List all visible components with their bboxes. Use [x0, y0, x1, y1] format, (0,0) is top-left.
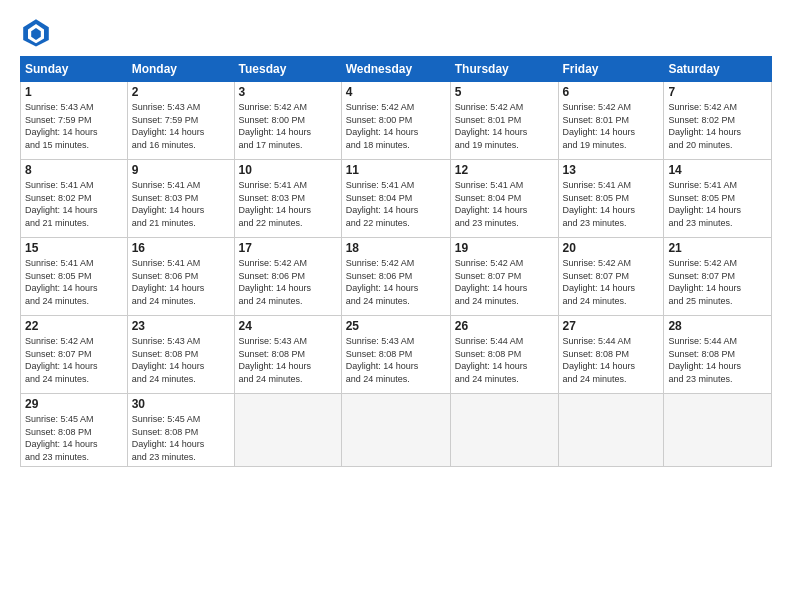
- logo: [20, 16, 56, 48]
- day-info: Sunrise: 5:42 AM Sunset: 8:07 PM Dayligh…: [563, 257, 660, 307]
- day-number: 17: [239, 241, 337, 255]
- day-info: Sunrise: 5:41 AM Sunset: 8:03 PM Dayligh…: [132, 179, 230, 229]
- table-row: [558, 394, 664, 467]
- day-number: 3: [239, 85, 337, 99]
- day-number: 22: [25, 319, 123, 333]
- table-row: 19Sunrise: 5:42 AM Sunset: 8:07 PM Dayli…: [450, 238, 558, 316]
- day-number: 28: [668, 319, 767, 333]
- col-sunday: Sunday: [21, 57, 128, 82]
- day-number: 15: [25, 241, 123, 255]
- day-number: 30: [132, 397, 230, 411]
- table-row: 28Sunrise: 5:44 AM Sunset: 8:08 PM Dayli…: [664, 316, 772, 394]
- day-info: Sunrise: 5:42 AM Sunset: 8:07 PM Dayligh…: [455, 257, 554, 307]
- day-info: Sunrise: 5:45 AM Sunset: 8:08 PM Dayligh…: [25, 413, 123, 463]
- day-number: 6: [563, 85, 660, 99]
- table-row: [341, 394, 450, 467]
- day-info: Sunrise: 5:41 AM Sunset: 8:05 PM Dayligh…: [668, 179, 767, 229]
- day-number: 27: [563, 319, 660, 333]
- day-info: Sunrise: 5:41 AM Sunset: 8:02 PM Dayligh…: [25, 179, 123, 229]
- day-info: Sunrise: 5:42 AM Sunset: 8:01 PM Dayligh…: [563, 101, 660, 151]
- table-row: 24Sunrise: 5:43 AM Sunset: 8:08 PM Dayli…: [234, 316, 341, 394]
- table-row: 23Sunrise: 5:43 AM Sunset: 8:08 PM Dayli…: [127, 316, 234, 394]
- day-info: Sunrise: 5:42 AM Sunset: 8:01 PM Dayligh…: [455, 101, 554, 151]
- day-info: Sunrise: 5:44 AM Sunset: 8:08 PM Dayligh…: [563, 335, 660, 385]
- table-row: 6Sunrise: 5:42 AM Sunset: 8:01 PM Daylig…: [558, 82, 664, 160]
- table-row: 22Sunrise: 5:42 AM Sunset: 8:07 PM Dayli…: [21, 316, 128, 394]
- day-info: Sunrise: 5:42 AM Sunset: 8:06 PM Dayligh…: [239, 257, 337, 307]
- table-row: 26Sunrise: 5:44 AM Sunset: 8:08 PM Dayli…: [450, 316, 558, 394]
- table-row: [450, 394, 558, 467]
- day-number: 20: [563, 241, 660, 255]
- day-info: Sunrise: 5:42 AM Sunset: 8:07 PM Dayligh…: [668, 257, 767, 307]
- day-number: 8: [25, 163, 123, 177]
- day-number: 29: [25, 397, 123, 411]
- table-row: 14Sunrise: 5:41 AM Sunset: 8:05 PM Dayli…: [664, 160, 772, 238]
- day-number: 23: [132, 319, 230, 333]
- col-thursday: Thursday: [450, 57, 558, 82]
- day-number: 7: [668, 85, 767, 99]
- day-number: 5: [455, 85, 554, 99]
- table-row: 12Sunrise: 5:41 AM Sunset: 8:04 PM Dayli…: [450, 160, 558, 238]
- day-number: 11: [346, 163, 446, 177]
- table-row: 30Sunrise: 5:45 AM Sunset: 8:08 PM Dayli…: [127, 394, 234, 467]
- table-row: 13Sunrise: 5:41 AM Sunset: 8:05 PM Dayli…: [558, 160, 664, 238]
- col-monday: Monday: [127, 57, 234, 82]
- day-number: 18: [346, 241, 446, 255]
- table-row: 7Sunrise: 5:42 AM Sunset: 8:02 PM Daylig…: [664, 82, 772, 160]
- day-number: 1: [25, 85, 123, 99]
- day-number: 12: [455, 163, 554, 177]
- day-number: 9: [132, 163, 230, 177]
- table-row: 10Sunrise: 5:41 AM Sunset: 8:03 PM Dayli…: [234, 160, 341, 238]
- day-info: Sunrise: 5:45 AM Sunset: 8:08 PM Dayligh…: [132, 413, 230, 463]
- col-saturday: Saturday: [664, 57, 772, 82]
- calendar-header-row: Sunday Monday Tuesday Wednesday Thursday…: [21, 57, 772, 82]
- day-info: Sunrise: 5:42 AM Sunset: 8:00 PM Dayligh…: [346, 101, 446, 151]
- table-row: 18Sunrise: 5:42 AM Sunset: 8:06 PM Dayli…: [341, 238, 450, 316]
- generalblue-logo-icon: [20, 16, 52, 48]
- day-number: 19: [455, 241, 554, 255]
- day-info: Sunrise: 5:41 AM Sunset: 8:06 PM Dayligh…: [132, 257, 230, 307]
- day-number: 2: [132, 85, 230, 99]
- day-number: 13: [563, 163, 660, 177]
- day-number: 21: [668, 241, 767, 255]
- header: [20, 16, 772, 48]
- day-info: Sunrise: 5:43 AM Sunset: 8:08 PM Dayligh…: [346, 335, 446, 385]
- day-number: 10: [239, 163, 337, 177]
- day-info: Sunrise: 5:43 AM Sunset: 7:59 PM Dayligh…: [25, 101, 123, 151]
- day-info: Sunrise: 5:41 AM Sunset: 8:03 PM Dayligh…: [239, 179, 337, 229]
- table-row: 25Sunrise: 5:43 AM Sunset: 8:08 PM Dayli…: [341, 316, 450, 394]
- day-info: Sunrise: 5:42 AM Sunset: 8:02 PM Dayligh…: [668, 101, 767, 151]
- day-info: Sunrise: 5:43 AM Sunset: 8:08 PM Dayligh…: [239, 335, 337, 385]
- table-row: 4Sunrise: 5:42 AM Sunset: 8:00 PM Daylig…: [341, 82, 450, 160]
- day-info: Sunrise: 5:42 AM Sunset: 8:00 PM Dayligh…: [239, 101, 337, 151]
- table-row: 27Sunrise: 5:44 AM Sunset: 8:08 PM Dayli…: [558, 316, 664, 394]
- table-row: 1Sunrise: 5:43 AM Sunset: 7:59 PM Daylig…: [21, 82, 128, 160]
- table-row: 16Sunrise: 5:41 AM Sunset: 8:06 PM Dayli…: [127, 238, 234, 316]
- table-row: 29Sunrise: 5:45 AM Sunset: 8:08 PM Dayli…: [21, 394, 128, 467]
- table-row: 11Sunrise: 5:41 AM Sunset: 8:04 PM Dayli…: [341, 160, 450, 238]
- table-row: 17Sunrise: 5:42 AM Sunset: 8:06 PM Dayli…: [234, 238, 341, 316]
- table-row: 15Sunrise: 5:41 AM Sunset: 8:05 PM Dayli…: [21, 238, 128, 316]
- day-number: 14: [668, 163, 767, 177]
- day-info: Sunrise: 5:44 AM Sunset: 8:08 PM Dayligh…: [455, 335, 554, 385]
- table-row: 2Sunrise: 5:43 AM Sunset: 7:59 PM Daylig…: [127, 82, 234, 160]
- day-number: 16: [132, 241, 230, 255]
- day-info: Sunrise: 5:44 AM Sunset: 8:08 PM Dayligh…: [668, 335, 767, 385]
- table-row: 20Sunrise: 5:42 AM Sunset: 8:07 PM Dayli…: [558, 238, 664, 316]
- table-row: 3Sunrise: 5:42 AM Sunset: 8:00 PM Daylig…: [234, 82, 341, 160]
- day-number: 25: [346, 319, 446, 333]
- day-number: 24: [239, 319, 337, 333]
- calendar: Sunday Monday Tuesday Wednesday Thursday…: [20, 56, 772, 467]
- day-number: 26: [455, 319, 554, 333]
- table-row: [234, 394, 341, 467]
- day-info: Sunrise: 5:43 AM Sunset: 8:08 PM Dayligh…: [132, 335, 230, 385]
- table-row: 5Sunrise: 5:42 AM Sunset: 8:01 PM Daylig…: [450, 82, 558, 160]
- col-wednesday: Wednesday: [341, 57, 450, 82]
- day-info: Sunrise: 5:41 AM Sunset: 8:05 PM Dayligh…: [25, 257, 123, 307]
- col-tuesday: Tuesday: [234, 57, 341, 82]
- col-friday: Friday: [558, 57, 664, 82]
- day-info: Sunrise: 5:41 AM Sunset: 8:05 PM Dayligh…: [563, 179, 660, 229]
- page: Sunday Monday Tuesday Wednesday Thursday…: [0, 0, 792, 612]
- day-info: Sunrise: 5:42 AM Sunset: 8:06 PM Dayligh…: [346, 257, 446, 307]
- day-info: Sunrise: 5:43 AM Sunset: 7:59 PM Dayligh…: [132, 101, 230, 151]
